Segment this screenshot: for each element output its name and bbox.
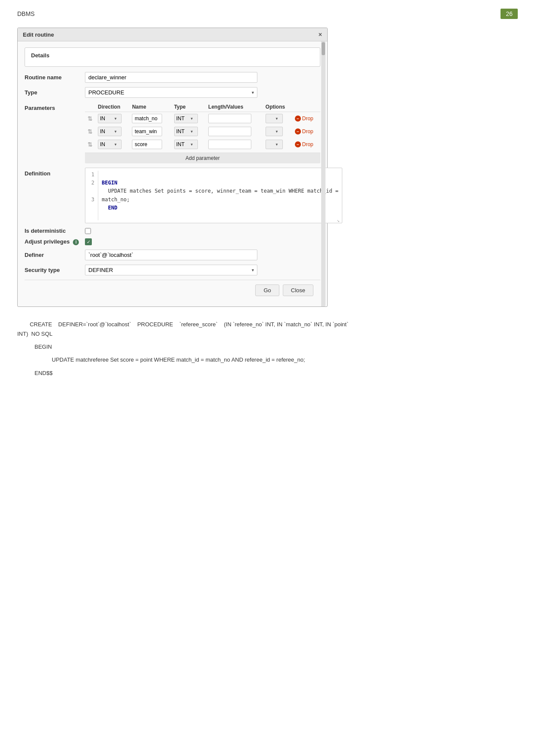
param-handle-1[interactable]: ⇅ — [85, 112, 95, 125]
col-drop — [292, 102, 320, 112]
modal-footer: Go Close — [25, 280, 320, 300]
direction-select-2[interactable]: IN OUT INOUT — [98, 127, 122, 136]
drop-label-3: Drop — [302, 141, 313, 147]
col-type: Type — [172, 102, 206, 112]
modal-close-button[interactable]: × — [319, 31, 322, 38]
is-deterministic-label: Is deterministic — [25, 228, 85, 234]
resize-handle-icon[interactable]: ↘ — [337, 218, 341, 222]
drop-icon-2: – — [295, 128, 301, 134]
go-button[interactable]: Go — [255, 284, 279, 296]
param-row: ⇅ IN OUT INOUT — [85, 112, 320, 125]
adjust-privileges-text: Adjust privileges — [25, 238, 70, 245]
param-name-input-3[interactable] — [132, 140, 162, 149]
type-row: Type PROCEDURE FUNCTION — [25, 87, 320, 98]
modal-title: Edit routine — [23, 31, 54, 38]
add-parameter-button[interactable]: Add parameter — [85, 153, 320, 163]
param-options-select-2[interactable] — [266, 127, 283, 136]
security-type-select[interactable]: DEFINER INVOKER — [85, 265, 257, 275]
definition-content: 123 BEGIN UPDATE matches Set points = sc… — [85, 168, 342, 223]
sort-handle-icon[interactable]: ⇅ — [88, 115, 93, 122]
param-length-cell-1 — [206, 112, 263, 125]
drop-icon-1: – — [295, 116, 301, 122]
scroll-indicator[interactable] — [321, 41, 325, 306]
page-title: DBMS — [17, 10, 34, 17]
type-select[interactable]: PROCEDURE FUNCTION — [85, 87, 257, 98]
param-length-input-3[interactable] — [208, 140, 251, 149]
col-options: Options — [263, 102, 292, 112]
direction-select-1[interactable]: IN OUT INOUT — [98, 114, 122, 123]
modal-body: Details Routine name Type PROCEDURE FUNC… — [18, 41, 327, 306]
adjust-privileges-row: Adjust privileges i ✓ — [25, 238, 320, 245]
col-handle — [85, 102, 95, 112]
param-options-cell-1 — [263, 112, 292, 125]
param-options-select-3[interactable] — [266, 140, 283, 149]
param-length-cell-3 — [206, 138, 263, 151]
is-deterministic-checkbox[interactable] — [85, 228, 91, 234]
drop-button-2[interactable]: – Drop — [295, 128, 313, 134]
drop-button-1[interactable]: – Drop — [295, 116, 313, 122]
param-type-select-3[interactable]: INT VARCHAR — [174, 140, 198, 149]
param-name-input-1[interactable] — [132, 114, 162, 123]
adjust-privileges-checkbox[interactable]: ✓ — [85, 238, 92, 245]
direction-select-wrapper-1: IN OUT INOUT — [98, 114, 122, 123]
details-section: Details — [25, 47, 320, 67]
definer-input[interactable] — [85, 250, 257, 260]
param-length-input-2[interactable] — [208, 127, 251, 136]
code-block: CREATE DEFINER=`root`@`localhost` PROCED… — [17, 320, 362, 378]
direction-select-3[interactable]: IN OUT INOUT — [98, 140, 122, 149]
page-header: DBMS 26 — [17, 9, 518, 19]
definition-label: Definition — [25, 168, 85, 177]
parameters-container: Direction Name Type Length/Values Option… — [85, 102, 320, 163]
definer-row: Definer — [25, 250, 320, 260]
param-direction-cell-1: IN OUT INOUT — [95, 112, 129, 125]
security-type-row: Security type DEFINER INVOKER — [25, 265, 320, 275]
param-type-cell-2: INT VARCHAR — [172, 125, 206, 138]
close-button[interactable]: Close — [283, 284, 313, 296]
param-name-input-2[interactable] — [132, 127, 162, 136]
page-number: 26 — [501, 9, 518, 19]
param-length-input-1[interactable] — [208, 114, 251, 123]
drop-icon-3: – — [295, 141, 301, 147]
param-type-select-2[interactable]: INT VARCHAR — [174, 127, 198, 136]
security-type-label: Security type — [25, 267, 85, 273]
param-handle-2[interactable]: ⇅ — [85, 125, 95, 138]
routine-name-input[interactable] — [85, 72, 257, 83]
drop-button-3[interactable]: – Drop — [295, 141, 313, 147]
line-content: BEGIN UPDATE matches Set points = score,… — [98, 171, 342, 220]
sort-handle-icon[interactable]: ⇅ — [88, 141, 93, 148]
definition-editor[interactable]: 123 BEGIN UPDATE matches Set points = sc… — [85, 168, 342, 223]
param-name-cell-1 — [129, 112, 171, 125]
parameters-row: Parameters Direction Name Type Length/Va… — [25, 102, 320, 163]
param-direction-cell-3: IN OUT INOUT — [95, 138, 129, 151]
type-label: Type — [25, 89, 85, 96]
param-row: ⇅ IN OUT INOUT — [85, 125, 320, 138]
param-options-cell-3 — [263, 138, 292, 151]
drop-label-1: Drop — [302, 116, 313, 122]
routine-name-row: Routine name — [25, 72, 320, 83]
param-type-cell-3: INT VARCHAR — [172, 138, 206, 151]
params-header-row: Direction Name Type Length/Values Option… — [85, 102, 320, 112]
parameters-table: Direction Name Type Length/Values Option… — [85, 102, 320, 151]
sort-handle-icon[interactable]: ⇅ — [88, 128, 93, 135]
param-options-wrapper-2 — [266, 127, 283, 136]
details-label: Details — [31, 52, 314, 59]
adjust-privileges-label: Adjust privileges i — [25, 238, 85, 245]
add-parameter-label: Add parameter — [185, 155, 219, 161]
code-line-1: CREATE DEFINER=`root`@`localhost` PROCED… — [17, 320, 362, 339]
drop-label-2: Drop — [302, 128, 313, 134]
adjust-privileges-info-icon[interactable]: i — [73, 239, 79, 245]
parameters-label: Parameters — [25, 102, 85, 111]
security-type-select-wrapper: DEFINER INVOKER — [85, 265, 257, 275]
param-type-select-1[interactable]: INT VARCHAR TEXT — [174, 114, 198, 123]
param-options-select-1[interactable] — [266, 114, 283, 123]
is-deterministic-row: Is deterministic — [25, 228, 320, 234]
col-name: Name — [129, 102, 171, 112]
definition-row: Definition 123 BEGIN UPDATE matches Set … — [25, 168, 320, 223]
col-direction: Direction — [95, 102, 129, 112]
code-line-4: END$$ — [17, 369, 362, 378]
param-options-wrapper-3 — [266, 140, 283, 149]
param-type-wrapper-2: INT VARCHAR — [174, 127, 198, 136]
param-handle-3[interactable]: ⇅ — [85, 138, 95, 151]
param-drop-cell-2: – Drop — [292, 125, 320, 138]
param-direction-cell-2: IN OUT INOUT — [95, 125, 129, 138]
